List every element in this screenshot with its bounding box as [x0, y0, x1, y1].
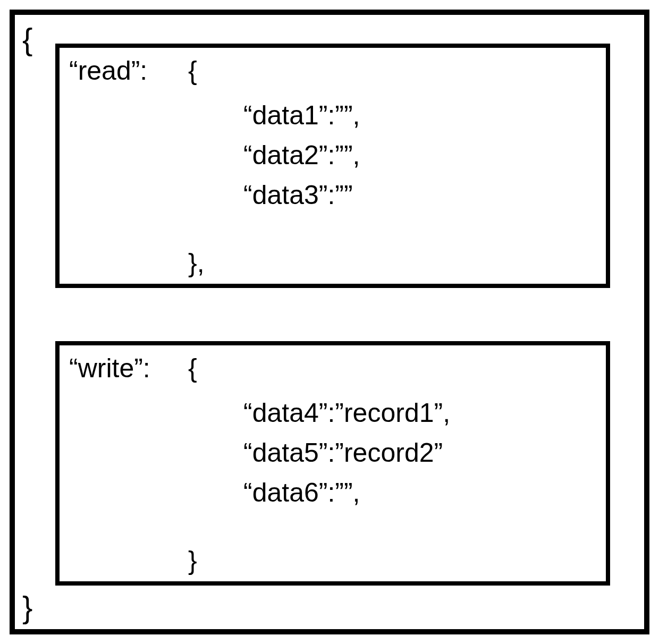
read-entries: “data1”:””, “data2”:””, “data3”:””	[243, 96, 360, 215]
read-entry: “data2”:””,	[243, 135, 360, 175]
read-close-brace: },	[188, 248, 205, 278]
read-open-brace: {	[188, 55, 197, 86]
write-close-brace: }	[188, 545, 197, 576]
write-entry: “data5”:”record2”	[243, 433, 450, 473]
write-entries: “data4”:”record1”, “data5”:”record2” “da…	[243, 393, 450, 513]
write-key-label: “write”:	[69, 353, 150, 384]
read-entry: “data1”:””,	[243, 96, 360, 135]
read-block: “read”: { “data1”:””, “data2”:””, “data3…	[55, 44, 610, 288]
read-entry: “data3”:””	[243, 175, 360, 215]
write-entry: “data6”:””,	[243, 473, 450, 513]
outer-container: { } “read”: { “data1”:””, “data2”:””, “d…	[10, 10, 649, 634]
write-open-brace: {	[188, 353, 197, 384]
outer-close-brace: }	[22, 589, 32, 625]
write-entry: “data4”:”record1”,	[243, 393, 450, 433]
write-block: “write”: { “data4”:”record1”, “data5”:”r…	[55, 341, 610, 586]
read-key-label: “read”:	[69, 55, 147, 86]
outer-open-brace: {	[22, 21, 32, 57]
